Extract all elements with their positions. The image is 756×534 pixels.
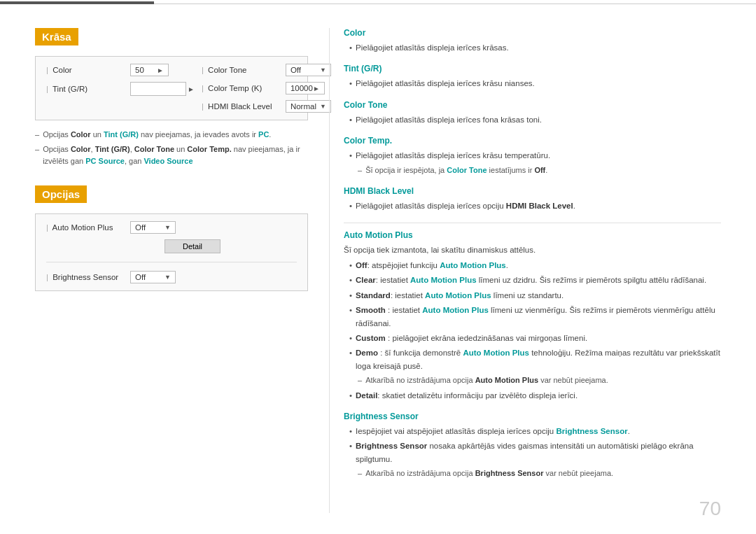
right-tint-title: Tint (G/R) — [344, 64, 721, 73]
color-temp-bullet: • Pielāgojiet atlasītās displeja ierīces… — [344, 149, 721, 162]
krasa-section: Krāsa | Color 50 ► | Tint (G/R) — [35, 28, 308, 168]
right-color-tone-title: Color Tone — [344, 100, 721, 110]
brightness-sensor-arrow: ▼ — [164, 274, 171, 281]
right-color-temp-body: • Pielāgojiet atlasītās displeja ierīces… — [344, 149, 721, 176]
krasa-note-1: – Opcijas Color un Tint (G/R) nav pieeja… — [35, 129, 308, 141]
amp-bullet-off: • Off: atspējojiet funkciju Auto Motion … — [344, 259, 721, 272]
amp-intro: Šī opcija tiek izmantota, lai skatītu di… — [344, 244, 721, 256]
amp-bullet-custom: • Custom : pielāgojiet ekrāna iededzināš… — [344, 332, 721, 344]
opcijas-title: Opcijas — [35, 185, 87, 203]
auto-motion-arrow: ▼ — [164, 224, 171, 231]
color-tone-label: | Color Tone — [202, 66, 286, 74]
top-line-dark — [0, 1, 154, 4]
amp-subnote: – Atkarībā no izstrādājuma opcija Auto M… — [344, 374, 721, 387]
color-bullet: • Pielāgojiet atlasītās displeja ierīces… — [344, 41, 721, 54]
right-hdmi-title: HDMI Black Level — [344, 186, 721, 196]
right-tint-body: • Pielāgojiet atlasītās displeja ierīces… — [344, 77, 721, 90]
color-temp-subnote: – Šī opcija ir iespējota, ja Color Tone … — [344, 164, 721, 177]
tint-value — [130, 82, 186, 96]
krasa-notes: – Opcijas Color un Tint (G/R) nav pieeja… — [35, 129, 308, 168]
right-color-title: Color — [344, 28, 721, 38]
right-color-tone-body: • Pielāgojiet atlasītās displeja ierīces… — [344, 113, 721, 126]
top-line-light — [154, 3, 756, 4]
right-amp-title: Auto Motion Plus — [344, 230, 721, 240]
amp-bullet-smooth: • Smooth : iestatiet Auto Motion Plus lī… — [344, 304, 721, 330]
krasa-note-2: – Opcijas Color, Tint (G/R), Color Tone … — [35, 143, 308, 168]
hdmi-black-row: | HDMI Black Level Normal ▼ — [202, 100, 331, 113]
brightness-bullet-2: • Brightness Sensor nosaka apkārtējās vi… — [344, 440, 721, 465]
top-decorative-lines — [0, 0, 756, 4]
amp-bullet-detail: • Detail: skatiet detalizētu informāciju… — [344, 389, 721, 402]
hdmi-black-label: | HDMI Black Level — [202, 102, 286, 111]
krasa-right-settings: | Color Tone Off ▼ | Color Temp (K) 1000… — [202, 64, 331, 113]
color-tone-row: | Color Tone Off ▼ — [202, 64, 331, 76]
color-arrow: ► — [157, 66, 164, 74]
color-label: | Color — [46, 66, 130, 74]
color-setting-row: | Color 50 ► — [46, 64, 195, 76]
tint-bullet: • Pielāgojiet atlasītās displeja ierīces… — [344, 77, 721, 90]
right-brightness-body: • Iespējojiet vai atspējojiet atlasītās … — [344, 425, 721, 480]
right-color-section: Color • Pielāgojiet atlasītās displeja i… — [344, 28, 721, 54]
color-tone-dropdown[interactable]: Off ▼ — [286, 64, 331, 76]
hdmi-bullet: • Pielāgojiet atlasītās displeja ierīces… — [344, 199, 721, 212]
right-brightness-section: Brightness Sensor • Iespējojiet vai atsp… — [344, 412, 721, 480]
opcijas-section: Opcijas | Auto Motion Plus Off ▼ Detail — [35, 185, 308, 291]
tint-label: | Tint (G/R) — [46, 85, 130, 93]
brightness-sensor-label: | Brightness Sensor — [46, 273, 130, 281]
opcijas-settings-box: | Auto Motion Plus Off ▼ Detail | Bright… — [35, 213, 308, 291]
auto-motion-plus-dropdown[interactable]: Off ▼ — [130, 221, 176, 234]
krasa-title: Krāsa — [35, 28, 78, 45]
right-hdmi-body: • Pielāgojiet atlasītās displeja ierīces… — [344, 199, 721, 212]
brightness-bullet-1: • Iespējojiet vai atspējojiet atlasītās … — [344, 425, 721, 437]
right-tint-section: Tint (G/R) • Pielāgojiet atlasītās displ… — [344, 64, 721, 90]
auto-motion-plus-row: | Auto Motion Plus Off ▼ — [46, 221, 297, 234]
tint-arrow: ► — [188, 85, 195, 93]
color-temp-label: | Color Temp (K) — [202, 84, 286, 92]
right-brightness-title: Brightness Sensor — [344, 412, 721, 421]
color-value[interactable]: 50 ► — [130, 64, 169, 76]
amp-bullet-clear: • Clear: iestatiet Auto Motion Plus līme… — [344, 274, 721, 286]
brightness-subnote: – Atkarībā no izstrādājuma opcija Bright… — [344, 468, 721, 480]
krasa-left-settings: | Color 50 ► | Tint (G/R) ► — [46, 64, 195, 113]
color-temp-value[interactable]: 10000 ► — [286, 82, 325, 94]
detail-button[interactable]: Detail — [164, 239, 220, 253]
color-temp-arrow: ► — [313, 85, 320, 92]
right-mid-divider — [344, 223, 721, 223]
brightness-sensor-row: | Brightness Sensor Off ▼ — [46, 271, 297, 283]
auto-motion-plus-label: | Auto Motion Plus — [46, 223, 130, 232]
right-color-temp-section: Color Temp. • Pielāgojiet atlasītās disp… — [344, 136, 721, 176]
right-amp-body: Šī opcija tiek izmantota, lai skatītu di… — [344, 244, 721, 402]
hdmi-black-arrow: ▼ — [320, 103, 326, 110]
right-color-tone-section: Color Tone • Pielāgojiet atlasītās displ… — [344, 100, 721, 126]
brightness-sensor-dropdown[interactable]: Off ▼ — [130, 271, 176, 283]
hdmi-black-dropdown[interactable]: Normal ▼ — [286, 100, 331, 113]
color-tone-arrow: ▼ — [320, 66, 326, 73]
right-column: Color • Pielāgojiet atlasītās displeja i… — [329, 28, 721, 513]
color-temp-row: | Color Temp (K) 10000 ► — [202, 82, 331, 94]
krasa-settings-box: | Color 50 ► | Tint (G/R) ► — [35, 56, 308, 120]
right-hdmi-section: HDMI Black Level • Pielāgojiet atlasītās… — [344, 186, 721, 212]
amp-bullet-demo: • Demo : šī funkcija demonstrē Auto Moti… — [344, 346, 721, 372]
color-tone-bullet: • Pielāgojiet atlasītās displeja ierīces… — [344, 113, 721, 126]
detail-button-container: Detail — [88, 239, 297, 253]
left-column: Krāsa | Color 50 ► | Tint (G/R) — [35, 28, 329, 513]
tint-setting-row: | Tint (G/R) ► — [46, 82, 195, 96]
opcijas-divider — [46, 262, 297, 262]
page-number: 70 — [699, 498, 721, 520]
amp-bullet-standard: • Standard: iestatiet Auto Motion Plus l… — [344, 289, 721, 302]
right-color-temp-title: Color Temp. — [344, 136, 721, 146]
right-color-body: • Pielāgojiet atlasītās displeja ierīces… — [344, 41, 721, 54]
right-amp-section: Auto Motion Plus Šī opcija tiek izmantot… — [344, 230, 721, 402]
